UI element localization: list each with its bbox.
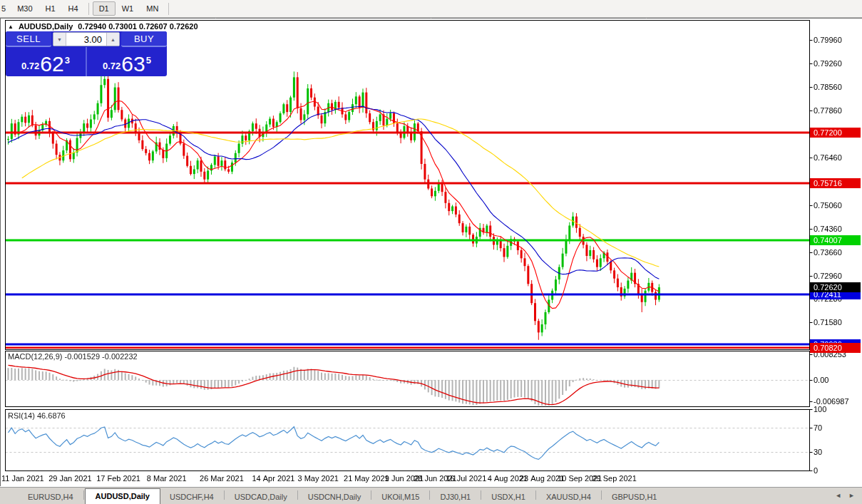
- platform-window: 5 M30 H1 H4 D1 W1 MN ▲ AUDUSD,Daily 0.72…: [0, 0, 862, 504]
- timeframe-mn[interactable]: MN: [140, 1, 165, 16]
- chart-ohlc-values: 0.72940 0.73001 0.72607 0.72620: [78, 22, 197, 31]
- rsi-value: 46.6876: [37, 411, 66, 420]
- volume-stepper: ▼ 3.00 ▲: [53, 32, 120, 46]
- buy-button[interactable]: BUY: [121, 31, 167, 47]
- one-click-trade-panel: SELL ▼ 3.00 ▲ BUY 0.72 62 3 0.72 63 5: [6, 31, 167, 76]
- timeframe-h4[interactable]: H4: [62, 1, 85, 16]
- sell-price-big: 62: [40, 54, 63, 74]
- rsi-name: RSI(14): [8, 411, 35, 420]
- bottom-tab-eurusd-h4[interactable]: EURUSD,H4: [19, 490, 83, 504]
- timeframe-w1[interactable]: W1: [116, 1, 140, 16]
- tab-separator: [224, 490, 225, 500]
- sell-button[interactable]: SELL: [6, 31, 51, 47]
- bottom-tab-usdcad-daily[interactable]: USDCAD,Daily: [225, 490, 297, 504]
- sell-price-display[interactable]: 0.72 62 3: [6, 47, 87, 76]
- bottom-tab-usdcnh-daily[interactable]: USDCNH,Daily: [299, 490, 371, 504]
- tab-scroll-right-icon[interactable]: ►: [848, 492, 855, 499]
- bottom-tab-gbpusd-h1[interactable]: GBPUSD,H1: [602, 490, 667, 504]
- buy-price-prefix: 0.72: [103, 58, 120, 74]
- buy-price-big: 63: [121, 54, 145, 74]
- sell-price-pip: 3: [65, 47, 70, 74]
- volume-increase-icon[interactable]: ▲: [106, 33, 119, 46]
- toolbar-separator: [88, 3, 89, 15]
- timeframe-m30[interactable]: M30: [11, 1, 39, 16]
- buy-price-pip: 5: [146, 47, 151, 74]
- collapse-triangle-icon[interactable]: ▲: [8, 24, 14, 30]
- rsi-label: RSI(14) 46.6876: [8, 411, 66, 420]
- timeframe-h1[interactable]: H1: [39, 1, 62, 16]
- macd-name: MACD(12,26,9): [8, 352, 62, 361]
- timeframe-m15[interactable]: 5: [0, 1, 11, 16]
- bottom-tab-ukoil-m15[interactable]: UKOil,M15: [372, 490, 429, 504]
- timeframe-d1[interactable]: D1: [93, 1, 116, 16]
- tab-separator: [429, 490, 430, 500]
- bottom-tab-xauusd-h4[interactable]: XAUUSD,H4: [537, 490, 600, 504]
- symbol-tab-bar: EURUSD,H4AUDUSD,DailyUSDCHF,H4USDCAD,Dai…: [0, 487, 862, 504]
- chart-symbol-label: AUDUSD,Daily: [19, 22, 73, 31]
- bottom-tab-usdchf-h4[interactable]: USDCHF,H4: [160, 490, 223, 504]
- macd-values: -0.001529 -0.002232: [64, 352, 137, 361]
- tab-separator: [371, 490, 371, 500]
- tab-scroll-left-icon[interactable]: ◄: [835, 492, 841, 499]
- volume-decrease-icon[interactable]: ▼: [53, 33, 66, 46]
- bottom-tab-dj30-h1[interactable]: DJ30,H1: [431, 490, 480, 504]
- buy-price-display[interactable]: 0.72 63 5: [87, 47, 167, 76]
- bottom-tab-usdx-h1[interactable]: USDX,H1: [482, 490, 535, 504]
- toolbar-separator: [168, 3, 169, 15]
- bottom-tab-audusd-daily[interactable]: AUDUSD,Daily: [85, 488, 160, 504]
- tab-separator: [601, 490, 602, 500]
- tab-separator: [297, 490, 298, 500]
- chart-header: ▲ AUDUSD,Daily 0.72940 0.73001 0.72607 0…: [8, 22, 198, 31]
- tab-separator: [535, 490, 536, 500]
- sell-price-prefix: 0.72: [21, 58, 39, 74]
- tab-strip: EURUSD,H4AUDUSD,DailyUSDCHF,H4USDCAD,Dai…: [0, 488, 666, 504]
- timeframe-toolbar: 5 M30 H1 H4 D1 W1 MN: [0, 0, 862, 18]
- macd-label: MACD(12,26,9) -0.001529 -0.002232: [8, 352, 138, 361]
- volume-input[interactable]: 3.00: [66, 34, 106, 45]
- tab-separator: [83, 490, 84, 500]
- tab-separator: [481, 490, 481, 500]
